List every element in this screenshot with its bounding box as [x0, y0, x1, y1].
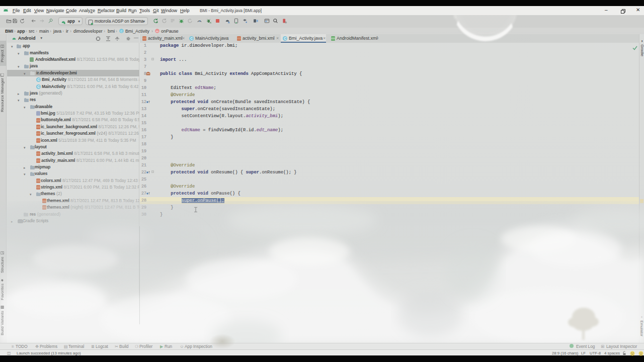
- svg-text:C: C: [120, 30, 123, 33]
- svg-text:m: m: [156, 30, 158, 33]
